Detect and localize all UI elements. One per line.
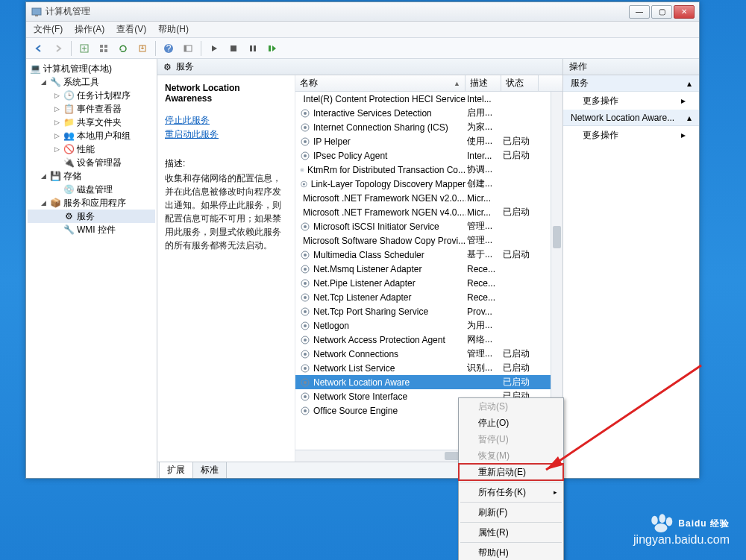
tree-local-users[interactable]: ▷👥本地用户和组 <box>28 129 155 142</box>
expand-icon[interactable]: ▷ <box>53 119 61 127</box>
play-button[interactable] <box>206 40 222 57</box>
tree-device-mgr[interactable]: 🔌设备管理器 <box>28 156 155 169</box>
back-button[interactable] <box>31 40 47 57</box>
ctx-help[interactable]: 帮助(H) <box>459 544 563 560</box>
tree-performance[interactable]: ▷🚫性能 <box>28 142 155 156</box>
tool-button-3[interactable] <box>115 40 131 57</box>
expand-icon[interactable]: ▷ <box>53 92 61 100</box>
help-button[interactable]: ? <box>160 40 177 57</box>
ctx-stop[interactable]: 停止(O) <box>459 415 563 431</box>
scroll-thumb[interactable] <box>553 226 561 248</box>
service-row[interactable]: Network Access Protection Agent网络... <box>295 333 562 347</box>
service-row[interactable]: Net.Tcp Port Sharing ServiceProv... <box>295 304 562 318</box>
apps-icon: 📦 <box>49 197 61 209</box>
expand-icon[interactable]: ▷ <box>53 105 61 113</box>
tree-task-scheduler[interactable]: ▷🕒任务计划程序 <box>28 89 155 102</box>
tool-button-5[interactable] <box>180 40 196 57</box>
col-name[interactable]: 名称▲ <box>295 75 466 91</box>
service-row[interactable]: IPsec Policy AgentInter...已启动 <box>295 148 562 163</box>
tree-event-viewer[interactable]: ▷📋事件查看器 <box>28 102 155 116</box>
expand-icon[interactable]: ▷ <box>53 145 61 154</box>
ctx-props[interactable]: 属性(R) <box>459 524 563 541</box>
ctx-all-tasks[interactable]: 所有任务(K)▸ <box>459 484 563 500</box>
service-row[interactable]: Link-Layer Topology Discovery Mapper创建..… <box>295 177 562 191</box>
service-row[interactable]: Microsoft Software Shadow Copy Provi...管… <box>295 233 562 248</box>
menu-action[interactable]: 操作(A) <box>75 23 104 36</box>
storage-icon: 💾 <box>49 170 61 182</box>
service-row[interactable]: Net.Tcp Listener AdapterRece... <box>295 290 562 304</box>
computer-icon: 💻 <box>29 63 41 75</box>
menu-file[interactable]: 文件(F) <box>34 23 63 36</box>
actions-more-2[interactable]: 更多操作▸ <box>563 126 699 144</box>
col-status[interactable]: 状态 <box>501 75 539 91</box>
chevron-right-icon: ▸ <box>681 130 686 140</box>
service-row[interactable]: Network Connections管理...已启动 <box>295 347 562 361</box>
tree-pane[interactable]: 💻计算机管理(本地) ◢🔧系统工具 ▷🕒任务计划程序 ▷📋事件查看器 ▷📁共享文… <box>26 59 157 478</box>
tool-button-2[interactable] <box>95 40 112 57</box>
minimize-button[interactable]: — <box>629 5 650 19</box>
svg-point-35 <box>304 225 307 228</box>
service-row[interactable]: Netlogon为用... <box>295 318 562 333</box>
svg-point-67 <box>655 523 668 532</box>
close-button[interactable]: ✕ <box>674 5 695 19</box>
restart-service-link[interactable]: 重启动此服务 <box>165 128 287 141</box>
forward-button[interactable] <box>50 40 66 57</box>
service-row[interactable]: IP Helper使用...已启动 <box>295 134 562 148</box>
ctx-restart[interactable]: 重新启动(E) <box>459 464 563 480</box>
tree-services[interactable]: ⚙服务 <box>28 210 155 223</box>
paw-icon <box>648 514 674 533</box>
service-row[interactable]: Internet Connection Sharing (ICS)为家... <box>295 120 562 134</box>
menu-view[interactable]: 查看(V) <box>116 23 146 36</box>
tree-storage[interactable]: ◢💾存储 <box>28 169 155 183</box>
list-rows[interactable]: Intel(R) Content Protection HECI Service… <box>295 92 562 450</box>
menu-help[interactable]: 帮助(H) <box>158 23 189 36</box>
col-desc[interactable]: 描述 <box>466 75 501 91</box>
service-row[interactable]: Multimedia Class Scheduler基于...已启动 <box>295 248 562 262</box>
stop-tb-button[interactable] <box>225 40 242 57</box>
stop-service-link[interactable]: 停止此服务 <box>165 114 287 127</box>
service-row[interactable]: Network List Service识别...已启动 <box>295 361 562 375</box>
collapse-icon[interactable]: ◢ <box>40 78 48 86</box>
actions-section-service[interactable]: Network Location Aware...▴ <box>563 110 699 126</box>
pause-button[interactable] <box>245 40 261 57</box>
restart-tb-button[interactable] <box>264 40 280 57</box>
service-row[interactable]: KtmRm for Distributed Transaction Co...协… <box>295 163 562 177</box>
service-row[interactable]: Intel(R) Content Protection HECI Service… <box>295 92 562 106</box>
svg-point-61 <box>304 409 307 412</box>
service-row[interactable]: Microsoft .NET Framework NGEN v2.0....Mi… <box>295 191 562 205</box>
folder-icon: 📁 <box>63 116 75 128</box>
titlebar[interactable]: 计算机管理 — ▢ ✕ <box>26 2 699 22</box>
service-row[interactable]: Net.Msmq Listener AdapterRece... <box>295 262 562 276</box>
ctx-refresh[interactable]: 刷新(F) <box>459 504 563 520</box>
chevron-right-icon: ▸ <box>554 488 557 496</box>
tool-button-4[interactable] <box>134 40 151 57</box>
tree-root[interactable]: 💻计算机管理(本地) <box>28 62 155 75</box>
actions-more-1[interactable]: 更多操作▸ <box>563 92 699 110</box>
watermark-url: jingyan.baidu.com <box>633 533 730 547</box>
tree-wmi[interactable]: 🔧WMI 控件 <box>28 223 155 236</box>
tree-disk-mgr[interactable]: 💿磁盘管理 <box>28 183 155 196</box>
service-row[interactable]: Net.Pipe Listener AdapterRece... <box>295 276 562 290</box>
actions-section-services[interactable]: 服务▴ <box>563 75 699 92</box>
ctx-sep <box>460 522 562 523</box>
perf-icon: 🚫 <box>63 143 75 155</box>
collapse-icon[interactable]: ◢ <box>40 199 48 207</box>
desc-text: 收集和存储网络的配置信息，并在此信息被修改时向程序发出通知。如果停止此服务，则配… <box>165 172 287 252</box>
svg-point-19 <box>304 112 307 115</box>
service-row[interactable]: Interactive Services Detection启用... <box>295 106 562 120</box>
maximize-button[interactable]: ▢ <box>651 5 672 19</box>
tree-sys-tools[interactable]: ◢🔧系统工具 <box>28 75 155 89</box>
tree-services-apps[interactable]: ◢📦服务和应用程序 <box>28 196 155 210</box>
collapse-icon[interactable]: ◢ <box>40 172 48 180</box>
tool-button-1[interactable] <box>76 40 93 57</box>
service-row[interactable]: Network Location Aware已启动 <box>295 375 562 389</box>
tab-standard[interactable]: 标准 <box>192 462 227 478</box>
tab-extended[interactable]: 扩展 <box>159 462 193 478</box>
tree-shared-folders[interactable]: ▷📁共享文件夹 <box>28 116 155 129</box>
context-menu: 启动(S) 停止(O) 暂停(U) 恢复(M) 重新启动(E) 所有任务(K)▸… <box>458 397 564 560</box>
action-icon <box>79 43 90 54</box>
expand-icon[interactable]: ▷ <box>53 132 61 140</box>
wmi-icon: 🔧 <box>63 224 75 236</box>
service-row[interactable]: Microsoft iSCSI Initiator Service管理... <box>295 219 562 233</box>
service-row[interactable]: Microsoft .NET Framework NGEN v4.0....Mi… <box>295 205 562 219</box>
